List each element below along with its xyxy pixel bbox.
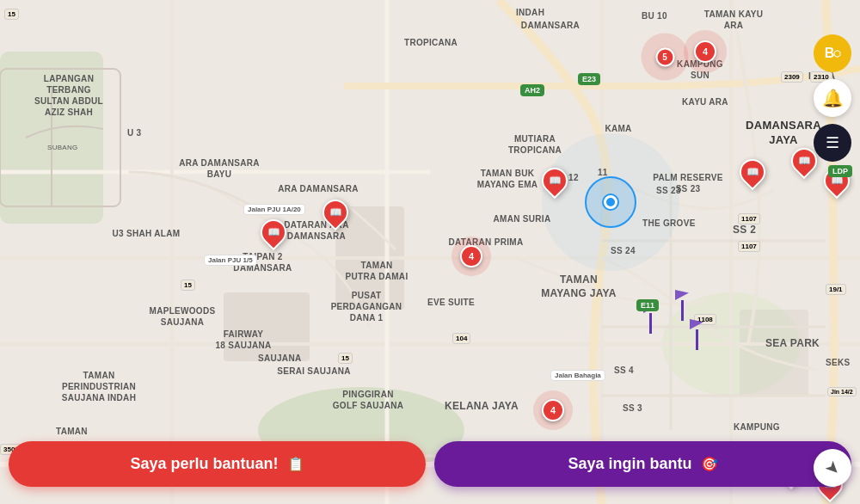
pin-dataran-ara[interactable]: 📖: [261, 219, 286, 245]
cluster-badge-kelana: 4: [542, 399, 564, 421]
num-jin14: Jin 14/2: [827, 387, 857, 396]
highway-e23: E23: [578, 73, 600, 85]
num-15-top: 15: [4, 9, 19, 20]
map-container: LAPANGANTERBANGSULTAN ABDULAZIZ SHAH Sub…: [0, 0, 860, 504]
pin-ara-dam[interactable]: 📖: [322, 200, 348, 225]
pin-taman-buk[interactable]: 📖: [542, 168, 568, 194]
menu-button[interactable]: ☰: [814, 124, 851, 162]
highway-ldp: LDP: [828, 165, 852, 177]
notification-button[interactable]: 🔔: [814, 79, 851, 117]
location-dot: [604, 195, 617, 209]
num-104: 104: [452, 333, 470, 344]
cluster-dataran-prima[interactable]: 4: [452, 237, 491, 276]
binance-button[interactable]: B⬡: [814, 34, 851, 72]
road-label-pju: Jalan PJU 1A/20: [243, 204, 305, 215]
bottom-actions: Saya perlu bantuan! 📋 Saya ingin bantu 🎯: [0, 441, 860, 487]
want-help-icon: 🎯: [701, 456, 718, 472]
num-1107-bot: 1107: [738, 241, 760, 252]
nav-arrow-icon: ➤: [820, 456, 845, 481]
num-1107-top: 1107: [738, 213, 760, 224]
top-right-controls: B⬡ 🔔 ☰: [814, 34, 851, 162]
num-15-bot: 15: [338, 353, 353, 364]
need-help-label: Saya perlu bantuan!: [130, 455, 278, 473]
cluster-kelana[interactable]: 4: [533, 390, 573, 430]
pin-damansara-jaya[interactable]: 📖: [740, 159, 765, 185]
flag-2[interactable]: [675, 290, 689, 321]
map-background: [0, 0, 860, 504]
cluster-badge-5: 5: [655, 47, 674, 66]
road-label-pju15: Jalan PJU 1/5: [204, 255, 257, 266]
selected-location[interactable]: [585, 176, 636, 228]
svg-rect-5: [224, 292, 310, 361]
svg-rect-6: [740, 310, 808, 396]
cluster-kayu-ara[interactable]: 4: [684, 30, 727, 73]
want-help-label: Saya ingin bantu: [568, 455, 691, 473]
num-19: 19/1: [826, 284, 846, 295]
want-help-button[interactable]: Saya ingin bantu 🎯: [434, 441, 851, 487]
cluster-badge-kayu-ara: 4: [694, 40, 716, 63]
num-2309: 2309: [781, 71, 803, 83]
flag-3[interactable]: [690, 319, 703, 350]
highway-ah2: AH2: [520, 84, 544, 96]
nav-arrow-button[interactable]: ➤: [814, 449, 851, 487]
cluster-badge-dataran: 4: [460, 245, 482, 267]
num-15-left: 15: [181, 280, 195, 291]
highway-e11: E11: [636, 299, 659, 311]
need-help-button[interactable]: Saya perlu bantuan! 📋: [9, 441, 426, 487]
cluster-kampung-sun[interactable]: 5: [642, 34, 689, 81]
need-help-icon: 📋: [287, 456, 304, 472]
road-label-bahagia: Jalan Bahagia: [550, 370, 605, 381]
